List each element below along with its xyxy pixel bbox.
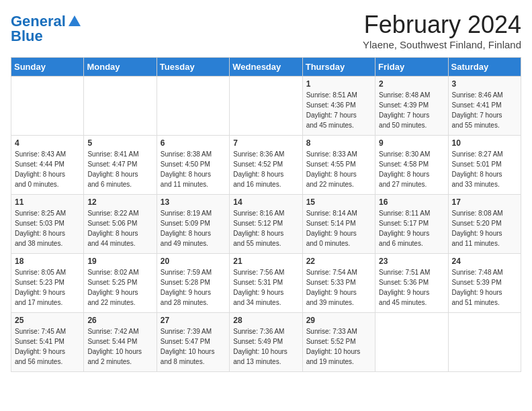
day-info: Sunrise: 7:36 AM Sunset: 5:49 PM Dayligh… xyxy=(233,326,298,367)
day-number: 7 xyxy=(233,138,298,148)
day-info: Sunrise: 7:59 AM Sunset: 5:28 PM Dayligh… xyxy=(161,267,226,308)
month-year-title: February 2024 xyxy=(363,11,521,39)
day-number: 19 xyxy=(87,257,152,266)
calendar-cell: 12Sunrise: 8:22 AM Sunset: 5:06 PM Dayli… xyxy=(84,195,157,254)
day-number: 29 xyxy=(306,316,371,325)
calendar-cell: 11Sunrise: 8:25 AM Sunset: 5:03 PM Dayli… xyxy=(11,195,84,254)
header-wednesday: Wednesday xyxy=(230,58,302,77)
day-number: 9 xyxy=(379,138,444,148)
calendar-week-3: 11Sunrise: 8:25 AM Sunset: 5:03 PM Dayli… xyxy=(11,195,521,254)
calendar-cell: 22Sunrise: 7:54 AM Sunset: 5:33 PM Dayli… xyxy=(302,254,375,313)
day-number: 2 xyxy=(379,79,444,89)
calendar-cell: 8Sunrise: 8:33 AM Sunset: 4:55 PM Daylig… xyxy=(302,136,375,195)
day-info: Sunrise: 8:25 AM Sunset: 5:03 PM Dayligh… xyxy=(15,208,80,248)
day-info: Sunrise: 7:51 AM Sunset: 5:36 PM Dayligh… xyxy=(379,267,444,308)
calendar-week-4: 18Sunrise: 8:05 AM Sunset: 5:23 PM Dayli… xyxy=(11,254,521,313)
header-saturday: Saturday xyxy=(448,58,521,77)
day-info: Sunrise: 8:43 AM Sunset: 4:44 PM Dayligh… xyxy=(15,149,80,189)
day-info: Sunrise: 8:48 AM Sunset: 4:39 PM Dayligh… xyxy=(379,90,444,130)
day-number: 12 xyxy=(87,197,152,207)
calendar-cell: 15Sunrise: 8:14 AM Sunset: 5:14 PM Dayli… xyxy=(302,195,375,254)
day-number: 10 xyxy=(452,138,517,148)
calendar-cell: 6Sunrise: 8:38 AM Sunset: 4:50 PM Daylig… xyxy=(157,136,229,195)
header-thursday: Thursday xyxy=(302,58,375,77)
title-block: February 2024 Ylaene, Southwest Finland,… xyxy=(363,11,521,50)
day-info: Sunrise: 8:30 AM Sunset: 4:58 PM Dayligh… xyxy=(379,149,444,189)
calendar-cell: 13Sunrise: 8:19 AM Sunset: 5:09 PM Dayli… xyxy=(157,195,229,254)
calendar-cell: 27Sunrise: 7:39 AM Sunset: 5:47 PM Dayli… xyxy=(157,313,229,372)
day-number: 15 xyxy=(306,197,371,207)
calendar-cell xyxy=(375,313,448,372)
calendar-cell: 21Sunrise: 7:56 AM Sunset: 5:31 PM Dayli… xyxy=(230,254,302,313)
calendar-cell: 16Sunrise: 8:11 AM Sunset: 5:17 PM Dayli… xyxy=(375,195,448,254)
day-number: 13 xyxy=(161,197,226,207)
svg-marker-0 xyxy=(69,15,81,26)
calendar-cell: 4Sunrise: 8:43 AM Sunset: 4:44 PM Daylig… xyxy=(11,136,84,195)
calendar-cell xyxy=(84,77,157,136)
day-info: Sunrise: 8:08 AM Sunset: 5:20 PM Dayligh… xyxy=(452,208,517,248)
day-number: 24 xyxy=(452,257,517,266)
day-info: Sunrise: 7:54 AM Sunset: 5:33 PM Dayligh… xyxy=(306,267,371,308)
day-number: 18 xyxy=(15,257,80,266)
calendar-cell: 9Sunrise: 8:30 AM Sunset: 4:58 PM Daylig… xyxy=(375,136,448,195)
logo-icon xyxy=(67,14,82,29)
calendar-cell: 1Sunrise: 8:51 AM Sunset: 4:36 PM Daylig… xyxy=(302,77,375,136)
calendar-cell: 17Sunrise: 8:08 AM Sunset: 5:20 PM Dayli… xyxy=(448,195,521,254)
day-number: 1 xyxy=(306,79,371,89)
calendar-cell xyxy=(448,313,521,372)
day-info: Sunrise: 8:19 AM Sunset: 5:09 PM Dayligh… xyxy=(161,208,226,248)
day-number: 23 xyxy=(379,257,444,266)
day-number: 11 xyxy=(15,197,80,207)
calendar-cell: 23Sunrise: 7:51 AM Sunset: 5:36 PM Dayli… xyxy=(375,254,448,313)
day-number: 20 xyxy=(161,257,226,266)
day-info: Sunrise: 8:22 AM Sunset: 5:06 PM Dayligh… xyxy=(87,208,152,248)
day-number: 8 xyxy=(306,138,371,148)
day-number: 3 xyxy=(452,79,517,89)
day-info: Sunrise: 8:11 AM Sunset: 5:17 PM Dayligh… xyxy=(379,208,444,248)
header-sunday: Sunday xyxy=(11,58,84,77)
calendar-cell: 10Sunrise: 8:27 AM Sunset: 5:01 PM Dayli… xyxy=(448,136,521,195)
calendar-cell: 25Sunrise: 7:45 AM Sunset: 5:41 PM Dayli… xyxy=(11,313,84,372)
day-number: 6 xyxy=(161,138,226,148)
location-subtitle: Ylaene, Southwest Finland, Finland xyxy=(363,39,521,50)
day-info: Sunrise: 8:38 AM Sunset: 4:50 PM Dayligh… xyxy=(161,149,226,189)
day-info: Sunrise: 8:51 AM Sunset: 4:36 PM Dayligh… xyxy=(306,90,371,130)
logo-text-blue: Blue xyxy=(11,28,43,44)
calendar-week-5: 25Sunrise: 7:45 AM Sunset: 5:41 PM Dayli… xyxy=(11,313,521,372)
day-number: 28 xyxy=(233,316,298,325)
header-friday: Friday xyxy=(375,58,448,77)
calendar-cell: 2Sunrise: 8:48 AM Sunset: 4:39 PM Daylig… xyxy=(375,77,448,136)
day-number: 27 xyxy=(161,316,226,325)
calendar-cell xyxy=(157,77,229,136)
day-info: Sunrise: 8:41 AM Sunset: 4:47 PM Dayligh… xyxy=(87,149,152,189)
day-number: 21 xyxy=(233,257,298,266)
day-number: 4 xyxy=(15,138,80,148)
calendar-cell: 5Sunrise: 8:41 AM Sunset: 4:47 PM Daylig… xyxy=(84,136,157,195)
day-number: 22 xyxy=(306,257,371,266)
day-info: Sunrise: 8:27 AM Sunset: 5:01 PM Dayligh… xyxy=(452,149,517,189)
day-number: 16 xyxy=(379,197,444,207)
day-info: Sunrise: 8:46 AM Sunset: 4:41 PM Dayligh… xyxy=(452,90,517,130)
day-info: Sunrise: 7:42 AM Sunset: 5:44 PM Dayligh… xyxy=(87,326,152,367)
calendar-cell: 26Sunrise: 7:42 AM Sunset: 5:44 PM Dayli… xyxy=(84,313,157,372)
day-number: 14 xyxy=(233,197,298,207)
day-info: Sunrise: 7:39 AM Sunset: 5:47 PM Dayligh… xyxy=(161,326,226,367)
day-info: Sunrise: 7:56 AM Sunset: 5:31 PM Dayligh… xyxy=(233,267,298,308)
calendar-cell: 3Sunrise: 8:46 AM Sunset: 4:41 PM Daylig… xyxy=(448,77,521,136)
day-info: Sunrise: 8:16 AM Sunset: 5:12 PM Dayligh… xyxy=(233,208,298,248)
calendar-cell: 7Sunrise: 8:36 AM Sunset: 4:52 PM Daylig… xyxy=(230,136,302,195)
calendar-cell: 20Sunrise: 7:59 AM Sunset: 5:28 PM Dayli… xyxy=(157,254,229,313)
day-info: Sunrise: 8:33 AM Sunset: 4:55 PM Dayligh… xyxy=(306,149,371,189)
day-number: 17 xyxy=(452,197,517,207)
day-number: 25 xyxy=(15,316,80,325)
calendar-week-1: 1Sunrise: 8:51 AM Sunset: 4:36 PM Daylig… xyxy=(11,77,521,136)
day-info: Sunrise: 7:45 AM Sunset: 5:41 PM Dayligh… xyxy=(15,326,80,367)
day-info: Sunrise: 7:33 AM Sunset: 5:52 PM Dayligh… xyxy=(306,326,371,367)
day-info: Sunrise: 8:02 AM Sunset: 5:25 PM Dayligh… xyxy=(87,267,152,308)
calendar-cell xyxy=(11,77,84,136)
calendar-cell: 18Sunrise: 8:05 AM Sunset: 5:23 PM Dayli… xyxy=(11,254,84,313)
calendar-cell: 29Sunrise: 7:33 AM Sunset: 5:52 PM Dayli… xyxy=(302,313,375,372)
header-monday: Monday xyxy=(84,58,157,77)
calendar-cell: 19Sunrise: 8:02 AM Sunset: 5:25 PM Dayli… xyxy=(84,254,157,313)
day-info: Sunrise: 8:14 AM Sunset: 5:14 PM Dayligh… xyxy=(306,208,371,248)
